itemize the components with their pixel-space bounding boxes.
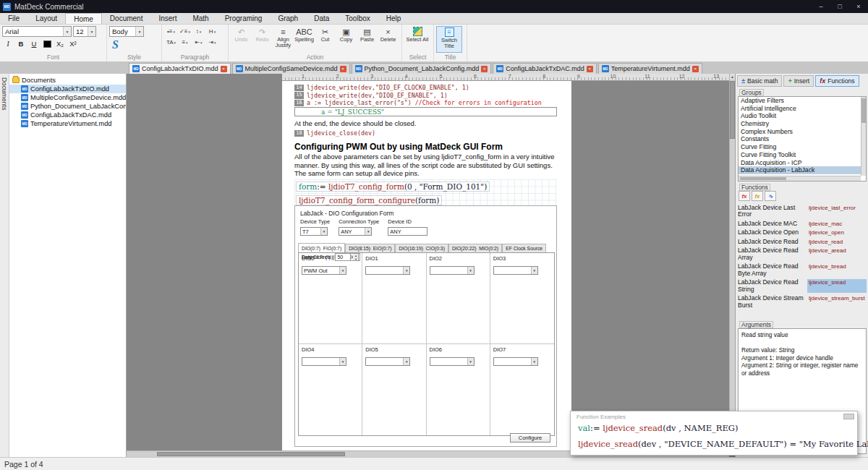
scroll-thumb[interactable] bbox=[157, 452, 345, 456]
panel-tab-basic-math[interactable]: ±Basic math bbox=[737, 75, 782, 87]
popup-close-button[interactable] bbox=[843, 414, 854, 419]
sidebar-item-3[interactable]: MDConfigLabJackTxDAC.mdd bbox=[9, 111, 126, 119]
minimize-button[interactable]: – bbox=[812, 0, 830, 13]
font-subscript-button[interactable]: X₂ bbox=[54, 38, 66, 49]
menu-tab-home[interactable]: Home bbox=[65, 13, 102, 24]
tree-root[interactable]: Documents bbox=[9, 76, 126, 85]
documents-dock-strip[interactable]: Documents bbox=[0, 74, 9, 457]
tab-close-icon[interactable]: × bbox=[221, 66, 227, 72]
style-combo[interactable]: Body ▼ bbox=[109, 26, 144, 37]
copy-button[interactable]: ▣Copy bbox=[336, 26, 357, 53]
check-list-button[interactable]: ✓≡▾ bbox=[178, 26, 192, 37]
font-superscript-button[interactable]: X² bbox=[67, 38, 79, 49]
font-size-combo[interactable]: 12 ▼ bbox=[73, 26, 96, 37]
font-bold-button[interactable]: B bbox=[15, 38, 27, 49]
align-justify-button[interactable]: ≡Align Justify bbox=[273, 26, 294, 53]
function-row-6[interactable]: LabJack Device Read Stringljdevice_sread bbox=[738, 278, 867, 294]
scroll-up-icon[interactable]: ▲ bbox=[730, 74, 735, 80]
bullet-list-button[interactable]: •≡▾ bbox=[164, 26, 178, 37]
group-item-3[interactable]: Chemistry bbox=[739, 120, 866, 128]
undo-button[interactable]: ↶Undo bbox=[231, 26, 252, 53]
function-row-1[interactable]: LabJack Device MACljdevice_mac bbox=[738, 219, 867, 228]
doc-tab-3[interactable]: MDConfigLabJackTxDAC.mdd× bbox=[493, 63, 597, 74]
menu-tab-insert[interactable]: Insert bbox=[150, 13, 184, 24]
group-item-1[interactable]: Artificial Intelligence bbox=[739, 105, 866, 113]
channel-mode-select[interactable]: ▼ bbox=[430, 266, 475, 275]
function-row-0[interactable]: LabJack Device Last Errorljdevice_last_e… bbox=[738, 203, 867, 219]
panel-tab-insert[interactable]: +Insert bbox=[783, 75, 814, 87]
configure-button[interactable]: Configure bbox=[510, 433, 550, 443]
font-italic-button[interactable]: I bbox=[2, 38, 14, 49]
text-case-button[interactable]: TA▾ bbox=[164, 37, 178, 48]
form-tab-3[interactable]: DIO(20:22) MIO(0:2) bbox=[448, 244, 502, 252]
indent-increase-button[interactable]: ⇥▾ bbox=[205, 37, 219, 48]
group-item-6[interactable]: Curve Fitting bbox=[739, 143, 866, 151]
function-example-icon[interactable]: fx bbox=[752, 191, 763, 201]
scroll-thumb[interactable] bbox=[861, 98, 866, 123]
math-expression[interactable]: ljdioT7_config_form_configure(form) bbox=[296, 195, 442, 205]
menu-tab-graph[interactable]: Graph bbox=[270, 13, 306, 24]
math-expression[interactable]: form:= ljdioT7_config_form(0 , "Form_DIO… bbox=[296, 181, 490, 192]
channel-mode-select[interactable]: ▼ bbox=[430, 357, 475, 366]
font-family-combo[interactable]: Arial ▼ bbox=[2, 26, 72, 37]
group-item-7[interactable]: Curve Fitting Toolkit bbox=[739, 151, 866, 159]
tab-close-icon[interactable]: × bbox=[692, 66, 699, 72]
scroll-thumb[interactable] bbox=[730, 81, 735, 139]
group-item-0[interactable]: Adaptive Filters bbox=[739, 97, 866, 105]
spinner-buttons[interactable]: ▲▼ bbox=[353, 253, 359, 261]
redo-button[interactable]: ↷Redo bbox=[252, 26, 273, 53]
param-value[interactable]: 50 bbox=[335, 253, 351, 261]
tab-close-icon[interactable]: × bbox=[587, 66, 593, 72]
close-button[interactable]: × bbox=[849, 0, 868, 13]
form-tab-0[interactable]: DIO(0:7) FIO(0:7) bbox=[298, 243, 345, 252]
maximize-button[interactable]: □ bbox=[830, 0, 849, 13]
indent-decrease-button[interactable]: ⇤▾ bbox=[192, 37, 205, 48]
doc-tab-4[interactable]: MDTemperatureVirtument.mdd× bbox=[598, 63, 702, 74]
form-tab-2[interactable]: DIO(16:19) CIO(0:3) bbox=[395, 244, 448, 252]
function-row-2[interactable]: LabJack Device Openljdevice_open bbox=[738, 228, 867, 238]
channel-mode-select[interactable]: ▼ bbox=[302, 357, 346, 366]
channel-mode-select[interactable]: ▼ bbox=[365, 266, 410, 275]
vertical-scrollbar[interactable]: ▲ ▼ bbox=[729, 74, 735, 450]
sidebar-item-2[interactable]: MDPython_Document_LabJackConfi... bbox=[9, 102, 126, 111]
font-font-color-button[interactable] bbox=[41, 38, 53, 49]
style-icon[interactable]: S bbox=[109, 38, 122, 51]
menu-tab-programing[interactable]: Programing bbox=[217, 13, 271, 24]
channel-mode-select[interactable]: ▼ bbox=[365, 357, 410, 366]
menu-tab-help[interactable]: Help bbox=[378, 13, 409, 24]
menu-tab-math[interactable]: Math bbox=[184, 13, 216, 24]
tab-close-icon[interactable]: × bbox=[481, 66, 488, 72]
heading-button[interactable]: H▾ bbox=[205, 26, 219, 37]
channel-mode-select[interactable]: PWM Out▼ bbox=[302, 266, 346, 275]
cut-button[interactable]: ✂Cut bbox=[315, 26, 336, 53]
field-select[interactable]: ANY▼ bbox=[339, 227, 372, 236]
doc-tab-0[interactable]: MDConfigLabJackTxDIO.mdd× bbox=[129, 63, 231, 74]
field-input[interactable]: ANY bbox=[388, 227, 427, 236]
groups-vertical-scrollbar[interactable] bbox=[861, 97, 866, 176]
spinner-down-icon[interactable]: ▼ bbox=[353, 257, 358, 261]
select-all-button[interactable]: Select All bbox=[404, 26, 430, 53]
function-row-7[interactable]: LabJack Device Stream Burstljdevice_stre… bbox=[738, 294, 867, 310]
group-item-9[interactable]: Data Acquisition - LabJack bbox=[739, 166, 866, 174]
channel-mode-select[interactable]: ▼ bbox=[493, 357, 538, 366]
sidebar-item-4[interactable]: MDTemperatureVirtument.mdd bbox=[9, 119, 126, 128]
menu-tab-file[interactable]: File bbox=[0, 13, 27, 24]
function-row-3[interactable]: LabJack Device Readljdevice_read bbox=[738, 237, 867, 247]
function-row-5[interactable]: LabJack Device Read Byte Arrayljdevice_b… bbox=[738, 262, 867, 278]
font-underline-button[interactable]: U bbox=[28, 38, 40, 49]
function-row-4[interactable]: LabJack Device Read Arrayljdevice_aread bbox=[738, 247, 867, 262]
switch-title-button[interactable]: ≡ Switch Title bbox=[436, 26, 462, 53]
menu-tab-layout[interactable]: Layout bbox=[27, 13, 65, 24]
channel-mode-select[interactable]: ▼ bbox=[493, 266, 538, 275]
tab-close-icon[interactable]: × bbox=[340, 66, 346, 72]
form-tab-4[interactable]: EF Clock Source bbox=[502, 244, 546, 252]
delete-button[interactable]: ×Delete bbox=[378, 26, 399, 53]
sidebar-item-1[interactable]: MDMultipleConfigSameDevice.mdd bbox=[9, 93, 126, 102]
group-item-2[interactable]: Audio Toolkit bbox=[739, 112, 866, 120]
panel-tab-functions[interactable]: fxFunctions bbox=[815, 75, 859, 87]
paste-button[interactable]: ▤Paste bbox=[357, 26, 378, 53]
group-item-4[interactable]: Complex Numbers bbox=[739, 128, 866, 136]
form-tab-1[interactable]: DIO(8:15) EIO(0:7) bbox=[345, 244, 395, 252]
menu-tab-document[interactable]: Document bbox=[102, 13, 151, 24]
function-plot-icon[interactable]: ∿ bbox=[765, 191, 776, 201]
